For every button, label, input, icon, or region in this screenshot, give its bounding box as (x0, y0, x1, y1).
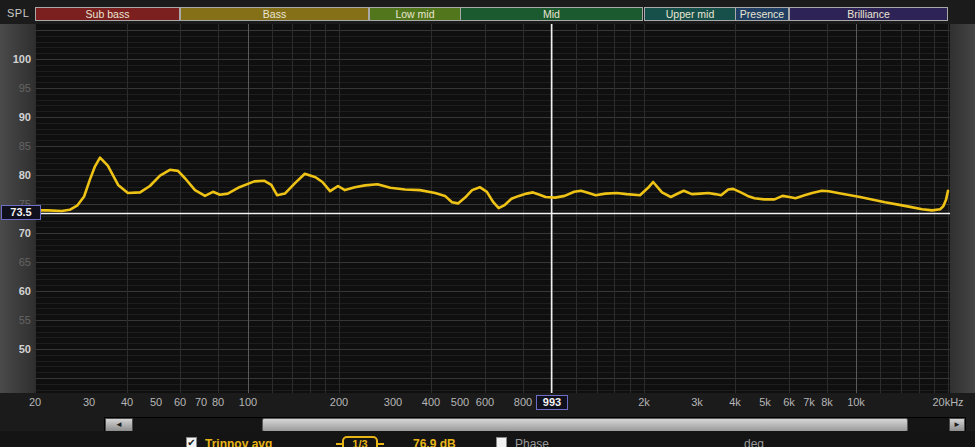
band-mid: Mid (460, 7, 643, 21)
spectrum-plot[interactable] (35, 24, 950, 393)
y-tick-50: 50 (1, 343, 31, 355)
spl-axis-title: SPL (7, 7, 29, 19)
x-tick-100: 100 (226, 396, 270, 408)
y-tick-85: 85 (1, 140, 31, 152)
horizontal-gridlines (35, 31, 950, 391)
check-icon: ✔ (187, 437, 195, 447)
x-tick-200: 200 (317, 396, 361, 408)
band-presence: Presence (735, 7, 789, 21)
frequency-axis: 203040506070801002003004005006008002k3k4… (0, 393, 975, 415)
x-tick-10k: 10k (834, 396, 878, 408)
band-bass: Bass (180, 7, 369, 21)
trace-checkbox[interactable]: ✔ (186, 437, 197, 447)
band-sub-bass: Sub bass (35, 7, 180, 21)
deg-label: deg (744, 437, 764, 447)
scrollbar-thumb[interactable] (262, 418, 908, 432)
band-brilliance: Brilliance (789, 7, 948, 21)
band-upper-mid: Upper mid (644, 7, 736, 21)
y-tick-65: 65 (1, 256, 31, 268)
phase-checkbox[interactable] (496, 437, 507, 447)
x-tick-2k: 2k (622, 396, 666, 408)
y-tick-90: 90 (1, 111, 31, 123)
y-tick-70: 70 (1, 227, 31, 239)
bottom-toolbar: ✔ Trinnov avg 1/3 76.9 dB Phase deg (0, 431, 975, 447)
phase-label: Phase (515, 437, 549, 447)
y-tick-95: 95 (1, 82, 31, 94)
frequency-cursor-readout: 993 (536, 395, 568, 410)
spl-cursor-readout: 73.5 (1, 205, 41, 220)
spectrum-plot-canvas[interactable] (35, 24, 950, 393)
y-tick-100: 100 (1, 53, 31, 65)
y-tick-60: 60 (1, 285, 31, 297)
right-margin (950, 24, 975, 393)
trace-label: Trinnov avg (205, 437, 272, 447)
band-low-mid: Low mid (369, 7, 461, 21)
scrollbar-left-arrow-icon[interactable]: ◄ (105, 418, 133, 432)
y-tick-80: 80 (1, 169, 31, 181)
frequency-band-bar: Sub bassBassLow midMidUpper midPresenceB… (35, 7, 956, 21)
level-readout: 76.9 dB (413, 437, 456, 447)
x-tick-20kHz: 20kHz (926, 396, 970, 408)
scrollbar-right-arrow-icon[interactable]: ► (949, 418, 965, 432)
response-curve (35, 158, 948, 211)
smoothing-badge[interactable]: 1/3 (342, 436, 378, 447)
y-tick-55: 55 (1, 314, 31, 326)
x-tick-20: 20 (13, 396, 57, 408)
